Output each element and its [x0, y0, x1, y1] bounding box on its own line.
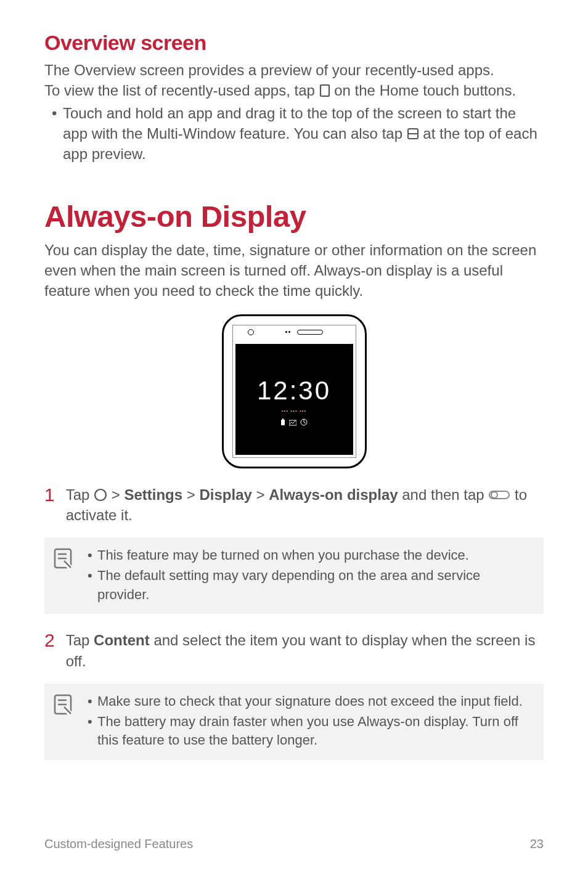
footer-section: Custom-designed Features	[44, 837, 193, 851]
step-number-1: 1	[44, 484, 55, 525]
toggle-icon	[488, 489, 510, 501]
overview-instruction: To view the list of recently-used apps, …	[44, 80, 544, 100]
step-number-2: 2	[44, 630, 55, 671]
step-2: 2 Tap Content and select the item you wa…	[44, 630, 544, 671]
svg-rect-3	[281, 420, 285, 425]
always-on-heading: Always-on Display	[44, 199, 544, 234]
phone-clock: 12:30	[257, 376, 331, 406]
overview-bullet-1: Touch and hold an app and drag it to the…	[63, 103, 544, 164]
overview-bullets: Touch and hold an app and drag it to the…	[44, 103, 544, 164]
note-icon	[53, 547, 73, 572]
footer-page-number: 23	[530, 837, 544, 851]
path-settings: Settings	[124, 486, 182, 503]
note2-item2: The battery may drain faster when you us…	[97, 713, 531, 751]
svg-point-7	[95, 489, 106, 500]
always-on-intro: You can display the date, time, signatur…	[44, 240, 544, 301]
note2-item1: Make sure to check that your signature d…	[97, 692, 531, 711]
step-1-content: Tap > Settings > Display > Always-on dis…	[66, 484, 544, 525]
svg-point-9	[491, 492, 497, 498]
step1-suffix-before: and then tap	[402, 486, 488, 503]
sep2: >	[187, 486, 200, 503]
overview-intro: The Overview screen provides a preview o…	[44, 60, 544, 80]
note-box-2: Make sure to check that your signature d…	[44, 684, 544, 760]
multi-window-icon	[407, 128, 419, 140]
phone-illustration: 12:30 ••• ••• •••	[44, 314, 544, 468]
page-footer: Custom-designed Features 23	[44, 837, 544, 851]
home-circle-icon	[94, 488, 107, 502]
step-2-content: Tap Content and select the item you want…	[66, 630, 544, 671]
note1-item2: The default setting may vary depending o…	[97, 566, 531, 605]
overview-heading: Overview screen	[44, 31, 544, 55]
sep1: >	[112, 486, 125, 503]
phone-subtext: ••• ••• •••	[282, 408, 307, 414]
note-icon	[53, 693, 73, 718]
phone-status-icons	[280, 417, 308, 428]
step1-tap-prefix: Tap	[66, 486, 94, 503]
step2-tap-prefix: Tap	[66, 632, 94, 648]
svg-rect-0	[321, 85, 329, 96]
recent-apps-icon	[319, 84, 330, 97]
path-display: Display	[199, 486, 251, 503]
note-box-1: This feature may be turned on when you p…	[44, 537, 544, 614]
instruction-prefix: To view the list of recently-used apps, …	[44, 82, 319, 99]
step-1: 1 Tap > Settings > Display > Always-on d…	[44, 484, 544, 525]
path-always-on: Always-on display	[269, 486, 398, 503]
instruction-suffix: on the Home touch buttons.	[334, 82, 516, 99]
note1-item1: This feature may be turned on when you p…	[97, 546, 531, 565]
content-label: Content	[94, 632, 150, 648]
svg-rect-4	[282, 419, 284, 420]
sep3: >	[256, 486, 269, 503]
